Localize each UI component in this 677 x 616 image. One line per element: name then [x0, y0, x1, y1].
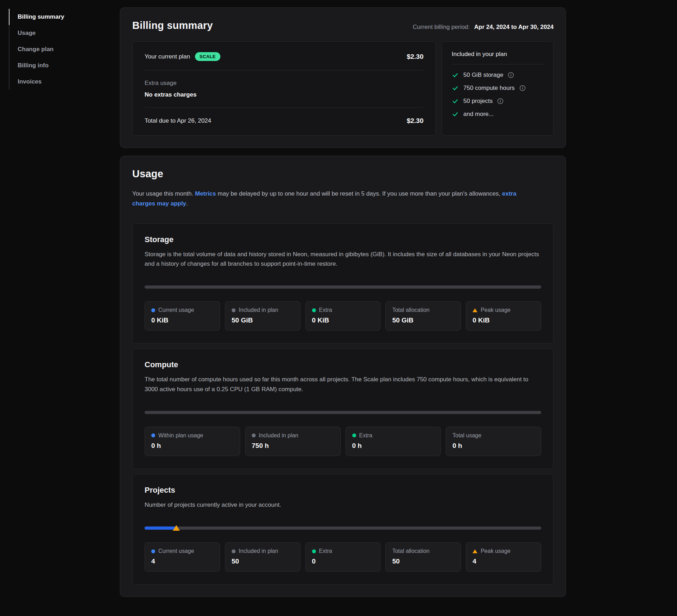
- stat-value: 50: [232, 558, 294, 565]
- check-icon: [452, 98, 459, 105]
- projects-section: Projects Number of projects currently ac…: [132, 474, 554, 585]
- stat-label: Current usage: [158, 548, 194, 554]
- storage-stat-extra: Extra 0 KiB: [305, 301, 381, 331]
- storage-section: Storage Storage is the total volume of d…: [132, 223, 554, 344]
- compute-stat-total-usage: Total usage 0 h: [446, 427, 541, 456]
- included-item-projects: 50 projects: [452, 98, 543, 105]
- usage-title: Usage: [132, 168, 554, 180]
- usage-intro-text: Your usage this month.: [132, 190, 195, 197]
- stat-value: 4: [472, 558, 535, 565]
- compute-title: Compute: [145, 360, 541, 369]
- stat-label: Extra: [359, 432, 372, 439]
- included-in-plan-title: Included in your plan: [452, 51, 543, 58]
- stat-label: Total usage: [452, 432, 481, 439]
- plan-badge: SCALE: [195, 52, 220, 61]
- included-item-compute-hours: 750 compute hours: [452, 85, 543, 92]
- stat-label: Included in plan: [259, 432, 298, 439]
- current-plan-left: Your current plan SCALE: [145, 52, 220, 61]
- compute-stat-within-plan-usage: Within plan usage 0 h: [145, 427, 240, 456]
- included-item-storage: 50 GiB storage: [452, 72, 543, 79]
- divider: [145, 70, 423, 70]
- peak-usage-triangle-icon: [472, 549, 477, 553]
- total-due-label: Total due to Apr 26, 2024: [145, 117, 211, 124]
- info-icon[interactable]: [497, 98, 504, 104]
- projects-title: Projects: [145, 486, 541, 495]
- stat-value: 750 h: [252, 442, 334, 450]
- stat-value: 0: [312, 558, 374, 565]
- page-title: Billing summary: [132, 20, 213, 31]
- page-layout: Billing summary Usage Change plan Billin…: [0, 0, 677, 611]
- stat-value: 0 KiB: [472, 316, 535, 324]
- projects-progress-fill: [145, 526, 176, 530]
- stat-value: 0 h: [452, 442, 535, 450]
- stat-label: Peak usage: [481, 307, 511, 313]
- compute-stat-included-in-plan: Included in plan 750 h: [245, 427, 341, 456]
- check-icon: [452, 72, 459, 79]
- projects-stat-current-usage: Current usage 4: [145, 542, 220, 572]
- usage-intro-text: may be delayed by up to one hour and wil…: [216, 190, 502, 197]
- storage-stat-current-usage: Current usage 0 KiB: [145, 301, 220, 331]
- projects-stat-included-in-plan: Included in plan 50: [225, 542, 300, 572]
- billing-nav: Billing summary Usage Change plan Billin…: [9, 9, 120, 90]
- stat-value: 0 h: [352, 442, 434, 450]
- sidebar: Billing summary Usage Change plan Billin…: [9, 7, 120, 597]
- stat-label: Included in plan: [239, 548, 278, 554]
- sidebar-item-billing-info[interactable]: Billing info: [9, 57, 120, 74]
- extra-dot-icon: [312, 308, 316, 312]
- compute-description: The total number of compute hours used s…: [145, 375, 541, 394]
- billing-summary-card: Billing summary Current billing period: …: [120, 7, 566, 148]
- within-plan-usage-dot-icon: [151, 433, 155, 437]
- sidebar-item-usage[interactable]: Usage: [9, 25, 120, 41]
- current-usage-dot-icon: [151, 308, 155, 312]
- stat-value: 50 GiB: [232, 316, 294, 324]
- info-icon[interactable]: [519, 85, 526, 91]
- divider: [145, 107, 423, 108]
- stat-label: Total allocation: [392, 548, 429, 554]
- total-due-amount: $2.30: [407, 117, 423, 125]
- included-item-label: 50 projects: [463, 98, 493, 105]
- total-due-row: Total due to Apr 26, 2024 $2.30: [145, 117, 423, 125]
- sidebar-item-invoices[interactable]: Invoices: [9, 74, 120, 90]
- projects-stat-extra: Extra 0: [305, 542, 381, 572]
- usage-intro-text: .: [186, 200, 188, 207]
- billing-period-value: Apr 24, 2024 to Apr 30, 2024: [474, 24, 554, 30]
- billing-summary-header: Billing summary Current billing period: …: [132, 20, 554, 31]
- divider: [452, 64, 543, 64]
- stat-value: 50 GiB: [392, 316, 454, 324]
- projects-stat-total-allocation: Total allocation 50: [385, 542, 461, 572]
- compute-stat-extra: Extra 0 h: [346, 427, 441, 456]
- extra-dot-icon: [352, 433, 356, 437]
- included-item-more: and more...: [452, 111, 543, 118]
- current-plan-label: Your current plan: [145, 53, 190, 60]
- projects-stat-peak-usage: Peak usage 4: [466, 542, 541, 572]
- sidebar-item-change-plan[interactable]: Change plan: [9, 41, 120, 57]
- extra-usage-label: Extra usage: [145, 80, 423, 87]
- metrics-link[interactable]: Metrics: [195, 190, 216, 197]
- info-icon[interactable]: [508, 72, 514, 78]
- billing-row: Your current plan SCALE $2.30 Extra usag…: [132, 41, 554, 136]
- stat-value: 4: [151, 558, 213, 565]
- sidebar-item-billing-summary[interactable]: Billing summary: [9, 9, 120, 25]
- stat-label: Extra: [319, 548, 332, 554]
- included-item-label: 750 compute hours: [463, 85, 515, 92]
- stat-value: 0 KiB: [151, 316, 213, 324]
- stat-label: Total allocation: [392, 307, 429, 313]
- storage-stats-row: Current usage 0 KiB Included in plan 50 …: [145, 301, 541, 331]
- stat-label: Peak usage: [481, 548, 511, 554]
- storage-progress-bar: [145, 285, 541, 289]
- included-in-plan-dot-icon: [252, 433, 256, 437]
- current-usage-dot-icon: [151, 549, 155, 553]
- stat-value: 50: [392, 558, 454, 565]
- storage-stat-total-allocation: Total allocation 50 GiB: [385, 301, 461, 331]
- included-in-plan-dot-icon: [232, 549, 236, 553]
- plan-amount: $2.30: [407, 53, 423, 61]
- check-icon: [452, 85, 459, 92]
- included-item-label: 50 GiB storage: [463, 72, 503, 79]
- stat-label: Included in plan: [239, 307, 278, 313]
- usage-card: Usage Your usage this month. Metrics may…: [120, 156, 566, 597]
- compute-section: Compute The total number of compute hour…: [132, 349, 554, 469]
- stat-label: Current usage: [158, 307, 194, 313]
- projects-description: Number of projects currently active in y…: [145, 500, 541, 510]
- storage-title: Storage: [145, 235, 541, 244]
- extra-dot-icon: [312, 549, 316, 553]
